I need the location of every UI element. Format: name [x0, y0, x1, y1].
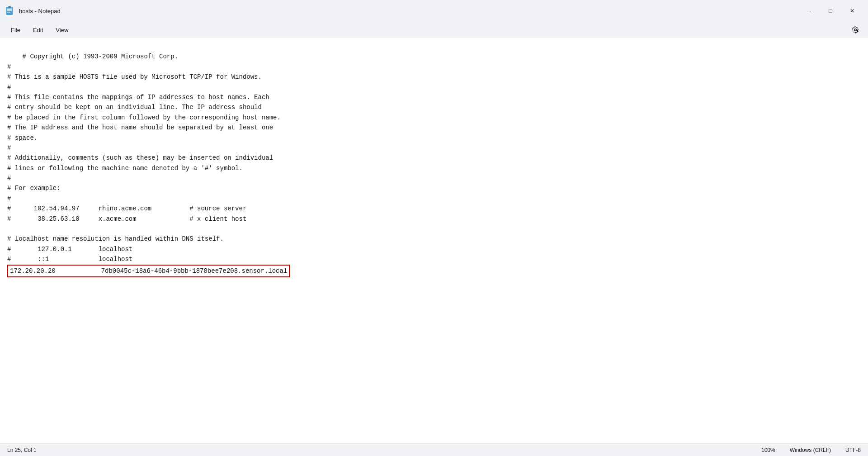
- zoom-level: 100%: [761, 447, 775, 453]
- cursor-position: Ln 25, Col 1: [7, 447, 37, 453]
- encoding: UTF-8: [845, 447, 861, 453]
- maximize-button[interactable]: □: [820, 4, 841, 18]
- gear-icon: [851, 26, 859, 34]
- content-line-1: # Copyright (c) 1993-2009 Microsoft Corp…: [7, 53, 281, 263]
- svg-rect-2: [7, 9, 12, 10]
- minimize-button[interactable]: ─: [798, 4, 819, 18]
- title-bar: hosts - Notepad ─ □ ✕: [0, 0, 868, 22]
- svg-rect-5: [8, 6, 11, 8]
- highlighted-entry: 172.20.20.20 7db0045c-18a6-46b4-9bbb-187…: [7, 265, 290, 277]
- line-ending: Windows (CRLF): [790, 447, 831, 453]
- edit-menu[interactable]: Edit: [28, 25, 48, 35]
- status-right: 100% Windows (CRLF) UTF-8: [761, 447, 861, 453]
- file-menu[interactable]: File: [5, 25, 26, 35]
- title-bar-controls: ─ □ ✕: [798, 4, 863, 18]
- settings-button[interactable]: [848, 23, 863, 37]
- close-button[interactable]: ✕: [842, 4, 863, 18]
- menu-bar: File Edit View: [0, 22, 868, 38]
- svg-rect-3: [7, 10, 12, 11]
- menu-items: File Edit View: [5, 25, 74, 35]
- editor-content: # Copyright (c) 1993-2009 Microsoft Corp…: [7, 42, 861, 287]
- svg-rect-1: [7, 8, 12, 9]
- editor-area[interactable]: # Copyright (c) 1993-2009 Microsoft Corp…: [0, 38, 868, 443]
- window-title: hosts - Notepad: [19, 8, 61, 14]
- status-bar: Ln 25, Col 1 100% Windows (CRLF) UTF-8: [0, 443, 868, 456]
- svg-rect-4: [7, 12, 10, 13]
- notepad-icon: [5, 6, 14, 15]
- view-menu[interactable]: View: [50, 25, 74, 35]
- title-bar-left: hosts - Notepad: [5, 6, 61, 15]
